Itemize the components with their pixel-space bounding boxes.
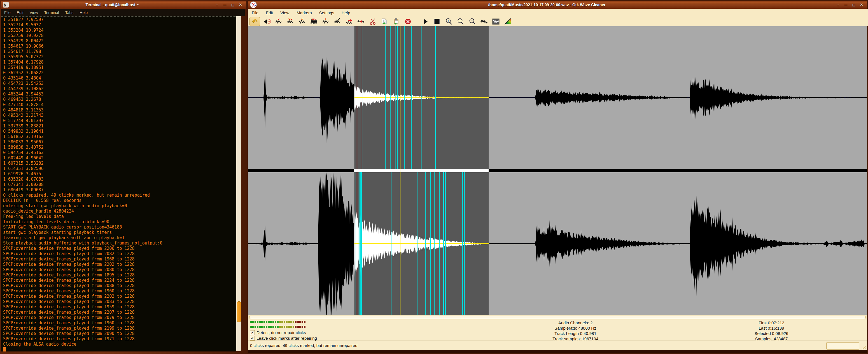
led-segment-olive	[292, 321, 294, 323]
svg-text:+: +	[459, 19, 461, 22]
zoom-in-button[interactable]: +	[456, 18, 466, 26]
shade-icon[interactable]	[214, 2, 220, 7]
svg-text:+: +	[447, 19, 449, 22]
paste-button[interactable]	[391, 18, 401, 26]
terminal-scrollbar[interactable]	[236, 16, 241, 351]
declick-weak-button[interactable]: ✕✕	[285, 18, 296, 26]
copy-button[interactable]	[379, 18, 390, 26]
waveform-area[interactable]	[248, 26, 867, 315]
shade-icon[interactable]	[835, 2, 841, 7]
toolbar-separator	[415, 18, 418, 25]
estimate-button[interactable]: ?	[320, 18, 331, 26]
svg-text:✕: ✕	[277, 18, 280, 21]
led-segment-green	[268, 321, 270, 323]
terminal-content[interactable]: 1 351827 7.92597 1 352714 9.5037 1 35328…	[1, 16, 236, 352]
led-segment-red	[295, 321, 297, 323]
close-icon[interactable]	[238, 2, 243, 7]
led-segment-green	[252, 326, 254, 328]
declick-strong-button[interactable]: ✕	[274, 18, 284, 26]
view-all-button[interactable]	[491, 18, 501, 26]
led-segment-green	[270, 326, 272, 328]
led-segment-green	[264, 321, 265, 323]
led-segment-red	[297, 321, 299, 323]
gwc-menu-help[interactable]: Help	[342, 10, 350, 15]
undo-button[interactable]: ↶	[249, 17, 260, 26]
track-info-row-samplerate-48000-hz: Samplerate: 48000 Hz	[525, 325, 626, 331]
checkbox-label: Detect, do not repair clicks	[256, 330, 306, 335]
led-segment-green	[250, 326, 252, 328]
terminal-window: $_ Terminal - quait@localhost:~ FileEdit…	[0, 0, 247, 354]
gwc-menu-settings[interactable]: Settings	[319, 10, 334, 15]
terminal-output: 1 351827 7.92597 1 352714 9.5037 1 35328…	[1, 17, 236, 347]
silence-button[interactable]	[356, 18, 366, 26]
song-position-bar[interactable]	[249, 316, 866, 319]
gwc-window: /home/quait/Music/2021-10-17 09-20-00.wa…	[247, 0, 868, 354]
gwc-titlebar[interactable]: /home/quait/Music/2021-10-17 09-20-00.wa…	[248, 1, 867, 9]
normalize-button[interactable]	[344, 18, 354, 26]
led-segment-green	[277, 321, 279, 323]
gwc-menu-view[interactable]: View	[280, 10, 289, 15]
led-segment-green	[257, 321, 258, 323]
minimize-icon[interactable]	[222, 2, 228, 7]
decrackle-button[interactable]: √x	[297, 18, 307, 26]
amplify-button[interactable]	[262, 18, 272, 26]
led-segment-green	[250, 321, 252, 323]
terminal-cursor	[3, 347, 6, 352]
led-segment-green	[254, 321, 256, 323]
led-segment-olive	[286, 321, 287, 323]
minimize-icon[interactable]	[843, 2, 849, 7]
led-segment-olive	[290, 326, 292, 328]
checkbox-detect-only[interactable]: ✓Detect, do not repair clicks	[250, 330, 306, 335]
play-button[interactable]	[420, 18, 430, 26]
terminal-scrollbar-thumb[interactable]	[237, 301, 241, 322]
selection-info-row-last-0-16-139: Last 0:16:139	[721, 325, 822, 331]
led-segment-green	[259, 326, 261, 328]
led-segment-olive	[284, 321, 285, 323]
checkbox-icon[interactable]: ✓	[250, 330, 255, 335]
gwc-menu-file[interactable]: File	[252, 10, 258, 15]
cut-button[interactable]	[368, 18, 378, 26]
selection-info-row-selected-0-08-926: Selected 0:08:926	[721, 331, 822, 336]
close-icon[interactable]	[859, 2, 864, 7]
zoom-full-wave-button[interactable]	[479, 18, 489, 26]
led-segment-green	[275, 321, 276, 323]
zoom-selection-button[interactable]: +	[444, 18, 454, 26]
declick-manual-button[interactable]: ✕✕✕	[309, 18, 319, 26]
maximize-icon[interactable]	[230, 2, 236, 7]
led-segment-red	[304, 326, 306, 328]
led-segment-green	[268, 326, 270, 328]
gwc-menu-edit[interactable]: Edit	[266, 10, 273, 15]
led-segment-green	[266, 321, 268, 323]
cancel-button[interactable]	[403, 18, 413, 26]
stop-button[interactable]	[432, 18, 442, 26]
waveform-channel-right[interactable]	[248, 172, 867, 315]
status-entry-field[interactable]	[826, 342, 859, 350]
gwc-statusbar: 0 clicks repaired, 49 clicks marked, but…	[248, 341, 867, 350]
sample-button[interactable]	[332, 18, 342, 26]
led-segment-olive	[288, 321, 290, 323]
terminal-menu-view[interactable]: View	[30, 10, 38, 15]
led-segment-green	[264, 326, 265, 328]
terminal-menu-terminal[interactable]: Terminal	[44, 10, 59, 15]
led-segment-red	[299, 326, 301, 328]
spectral-view-button[interactable]	[503, 18, 513, 26]
terminal-menu-tabs[interactable]: Tabs	[65, 10, 74, 15]
led-segment-green	[266, 326, 268, 328]
led-segment-olive	[281, 321, 283, 323]
terminal-titlebar[interactable]: $_ Terminal - quait@localhost:~	[1, 1, 246, 9]
terminal-menu-edit[interactable]: Edit	[17, 10, 24, 15]
led-segment-olive	[279, 321, 281, 323]
gwc-menu-markers[interactable]: Markers	[297, 10, 312, 15]
checkbox-icon[interactable]: ✓	[250, 336, 255, 341]
selection-info-row-first-0-07-212: First 0:07:212	[721, 320, 822, 325]
terminal-menu-file[interactable]: File	[4, 10, 11, 15]
waveform-divider	[248, 169, 867, 172]
waveform-channel-left[interactable]	[248, 26, 867, 169]
terminal-menu-help[interactable]: Help	[80, 10, 88, 15]
zoom-out-button[interactable]: −	[467, 18, 477, 26]
maximize-icon[interactable]	[851, 2, 857, 7]
terminal-window-title: Terminal - quait@localhost:~	[10, 2, 214, 7]
checkbox-leave-marks[interactable]: ✓Leave click marks after repairing	[250, 336, 317, 341]
led-segment-red	[297, 326, 299, 328]
led-segment-olive	[286, 326, 287, 328]
